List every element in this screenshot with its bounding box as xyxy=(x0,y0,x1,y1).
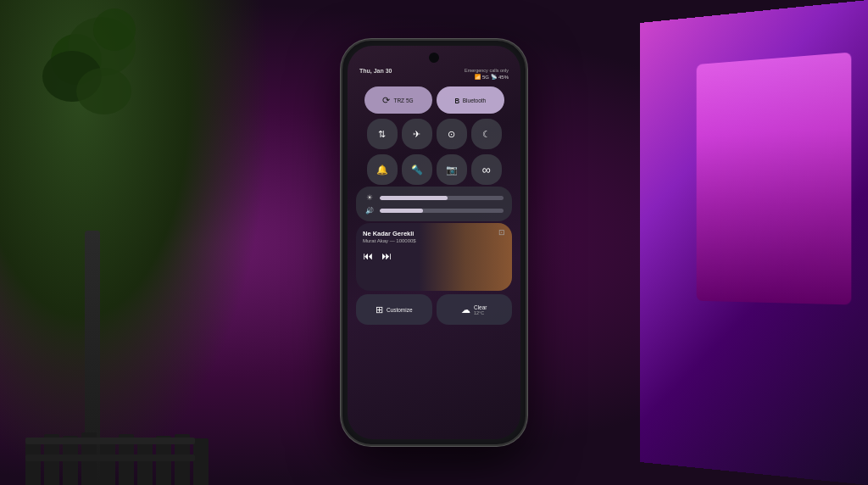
sliders-section: ☀ 🔊 xyxy=(356,187,512,221)
flashlight-icon: 🔦 xyxy=(411,164,423,176)
fence xyxy=(0,400,271,485)
status-right: Emergency calls only 📶 5G 📡 45% xyxy=(465,68,509,80)
music-title: Ne Kadar Gerekli xyxy=(363,230,505,237)
weather-icon: ☁ xyxy=(461,304,470,315)
bluetooth-icon: ʙ xyxy=(454,95,459,106)
airplane-tile[interactable]: ✈ xyxy=(402,119,432,149)
right-panel-background xyxy=(640,0,868,485)
music-player[interactable]: ⊡ Ne Kadar Gerekli Murat Akay — 100000$ … xyxy=(356,223,512,291)
music-info: Ne Kadar Gerekli Murat Akay — 100000$ xyxy=(363,230,505,243)
network-type: 5G xyxy=(482,75,489,80)
music-controls: ⏮ ⏭ xyxy=(363,250,505,262)
bottom-buttons: ⊞ Customize ☁ Clear 12°C xyxy=(356,294,512,325)
screenrecord-tile[interactable]: 📷 xyxy=(437,154,467,185)
volume-track[interactable] xyxy=(380,209,504,213)
music-artist: Murat Akay — 100000$ xyxy=(363,238,505,243)
link-tile[interactable]: ∞ xyxy=(471,154,502,185)
dnd-tile[interactable]: ☾ xyxy=(471,119,502,149)
right-panel-inner xyxy=(697,53,852,305)
signal-icon: 📡 xyxy=(491,74,497,80)
wifi-icon: ⟳ xyxy=(382,95,390,106)
wifi-label: TRZ 5G xyxy=(393,98,413,103)
volume-fill xyxy=(380,209,423,213)
dnd-icon: ☾ xyxy=(482,129,491,140)
sim-icon: 📶 xyxy=(475,74,481,80)
tiles-row-1: ⟳ TRZ 5G ʙ Bluetooth xyxy=(356,86,512,114)
brightness-icon: ☀ xyxy=(364,193,375,202)
flashlight-tile[interactable]: 🔦 xyxy=(402,154,432,185)
weather-button[interactable]: ☁ Clear 12°C xyxy=(437,294,513,325)
weather-temp: 12°C xyxy=(474,310,484,315)
customize-label: Customize xyxy=(387,307,413,313)
alarm-icon: 🔔 xyxy=(376,164,388,176)
autorotate-tile[interactable]: ⊙ xyxy=(437,119,467,149)
brightness-slider-row[interactable]: ☀ xyxy=(364,193,504,202)
nfc-icon: ⇅ xyxy=(378,129,386,140)
alarm-tile[interactable]: 🔔 xyxy=(367,154,398,185)
link-icon: ∞ xyxy=(482,163,491,176)
bluetooth-tile[interactable]: ʙ Bluetooth xyxy=(437,86,504,114)
brightness-track[interactable] xyxy=(380,196,504,200)
status-date: Thu, Jan 30 xyxy=(359,68,392,74)
previous-button[interactable]: ⏮ xyxy=(363,250,373,262)
customize-icon: ⊞ xyxy=(376,304,383,315)
phone: Thu, Jan 30 Emergency calls only 📶 5G 📡 … xyxy=(341,39,527,446)
nfc-tile[interactable]: ⇅ xyxy=(367,119,398,149)
airplane-icon: ✈ xyxy=(413,129,420,140)
next-button[interactable]: ⏭ xyxy=(381,250,392,262)
battery-level: 45% xyxy=(498,75,509,80)
status-icons: 📶 5G 📡 45% xyxy=(475,74,509,80)
camera-notch xyxy=(429,53,439,63)
volume-slider-row[interactable]: 🔊 xyxy=(364,207,504,215)
brightness-fill xyxy=(380,196,448,200)
wifi-tile[interactable]: ⟳ TRZ 5G xyxy=(364,86,432,114)
phone-screen: Thu, Jan 30 Emergency calls only 📶 5G 📡 … xyxy=(348,46,520,439)
weather-label: Clear xyxy=(474,304,487,310)
emergency-text: Emergency calls only xyxy=(465,68,509,73)
bluetooth-label: Bluetooth xyxy=(463,98,486,103)
weather-text: Clear 12°C xyxy=(474,304,487,315)
tiles-row-3: 🔔 🔦 📷 ∞ xyxy=(356,154,512,185)
screenrecord-icon: 📷 xyxy=(446,164,458,176)
autorotate-icon: ⊙ xyxy=(448,129,455,140)
phone-container: Thu, Jan 30 Emergency calls only 📶 5G 📡 … xyxy=(341,39,527,446)
customize-button[interactable]: ⊞ Customize xyxy=(356,294,432,325)
quick-tiles: ⟳ TRZ 5G ʙ Bluetooth ⇅ ✈ xyxy=(356,86,512,185)
tiles-row-2: ⇅ ✈ ⊙ ☾ xyxy=(356,119,512,149)
volume-icon: 🔊 xyxy=(364,207,375,215)
customize-text: Customize xyxy=(387,307,413,313)
